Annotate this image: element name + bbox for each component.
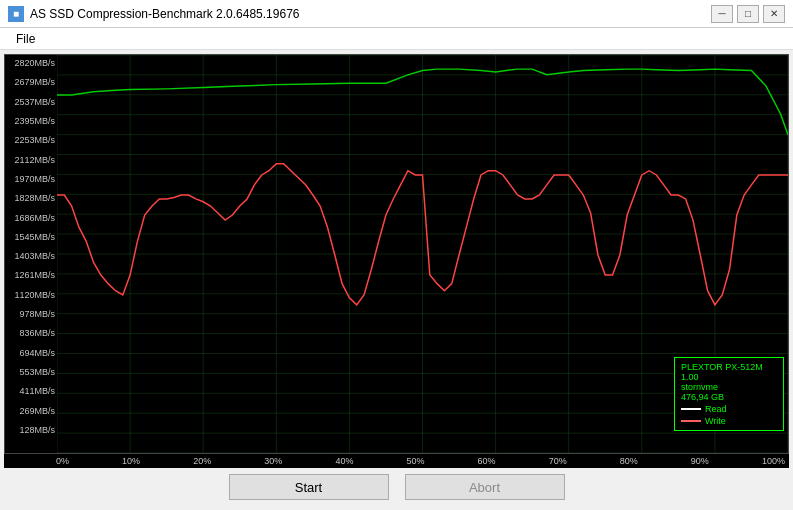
x-axis: 0%10%20%30%40%50%60%70%80%90%100%: [4, 454, 789, 468]
y-label: 836MB/s: [7, 329, 55, 338]
y-label: 2820MB/s: [7, 59, 55, 68]
y-label: 2112MB/s: [7, 156, 55, 165]
y-label: 2537MB/s: [7, 98, 55, 107]
y-label: 1828MB/s: [7, 194, 55, 203]
restore-button[interactable]: □: [737, 5, 759, 23]
start-button[interactable]: Start: [229, 474, 389, 500]
y-label: 694MB/s: [7, 349, 55, 358]
y-label: 269MB/s: [7, 407, 55, 416]
x-label: 100%: [762, 456, 785, 466]
legend-read-label: Read: [705, 404, 727, 414]
legend-read-row: Read: [681, 404, 777, 414]
legend-box: PLEXTOR PX-512M 1.00 stornvme 476,94 GB …: [674, 357, 784, 431]
minimize-button[interactable]: ─: [711, 5, 733, 23]
x-label: 0%: [56, 456, 69, 466]
y-label: 978MB/s: [7, 310, 55, 319]
legend-type: stornvme: [681, 382, 777, 392]
x-label: 10%: [122, 456, 140, 466]
title-bar: ■ AS SSD Compression-Benchmark 2.0.6485.…: [0, 0, 793, 28]
x-label: 20%: [193, 456, 211, 466]
legend-size: 476,94 GB: [681, 392, 777, 402]
close-button[interactable]: ✕: [763, 5, 785, 23]
legend-value: 1.00: [681, 372, 777, 382]
abort-button[interactable]: Abort: [405, 474, 565, 500]
y-label: 1120MB/s: [7, 291, 55, 300]
legend-model: PLEXTOR PX-512M: [681, 362, 777, 372]
y-label: 411MB/s: [7, 387, 55, 396]
y-label: 1686MB/s: [7, 214, 55, 223]
y-label: 128MB/s: [7, 426, 55, 435]
x-label: 50%: [406, 456, 424, 466]
x-label: 60%: [478, 456, 496, 466]
menubar-file[interactable]: File: [8, 30, 43, 48]
x-label: 30%: [264, 456, 282, 466]
y-label: 1403MB/s: [7, 252, 55, 261]
app-title: AS SSD Compression-Benchmark 2.0.6485.19…: [30, 7, 299, 21]
y-label: 1970MB/s: [7, 175, 55, 184]
app-icon: ■: [8, 6, 24, 22]
legend-write-label: Write: [705, 416, 726, 426]
y-label: 553MB/s: [7, 368, 55, 377]
y-label: 1261MB/s: [7, 271, 55, 280]
y-label: 2679MB/s: [7, 78, 55, 87]
bottom-bar: Start Abort: [4, 468, 789, 506]
write-line-icon: [681, 420, 701, 422]
x-label: 70%: [549, 456, 567, 466]
chart-inner: PLEXTOR PX-512M 1.00 stornvme 476,94 GB …: [57, 55, 788, 453]
read-line-icon: [681, 408, 701, 410]
y-label: 2395MB/s: [7, 117, 55, 126]
x-label: 40%: [335, 456, 353, 466]
y-label: 2253MB/s: [7, 136, 55, 145]
legend-write-row: Write: [681, 416, 777, 426]
x-label: 80%: [620, 456, 638, 466]
chart-area: 2820MB/s2679MB/s2537MB/s2395MB/s2253MB/s…: [4, 54, 789, 454]
menubar: File: [0, 28, 793, 50]
main-content: 2820MB/s2679MB/s2537MB/s2395MB/s2253MB/s…: [0, 50, 793, 510]
y-axis: 2820MB/s2679MB/s2537MB/s2395MB/s2253MB/s…: [5, 55, 57, 453]
window-controls: ─ □ ✕: [711, 5, 785, 23]
y-label: 1545MB/s: [7, 233, 55, 242]
x-label: 90%: [691, 456, 709, 466]
